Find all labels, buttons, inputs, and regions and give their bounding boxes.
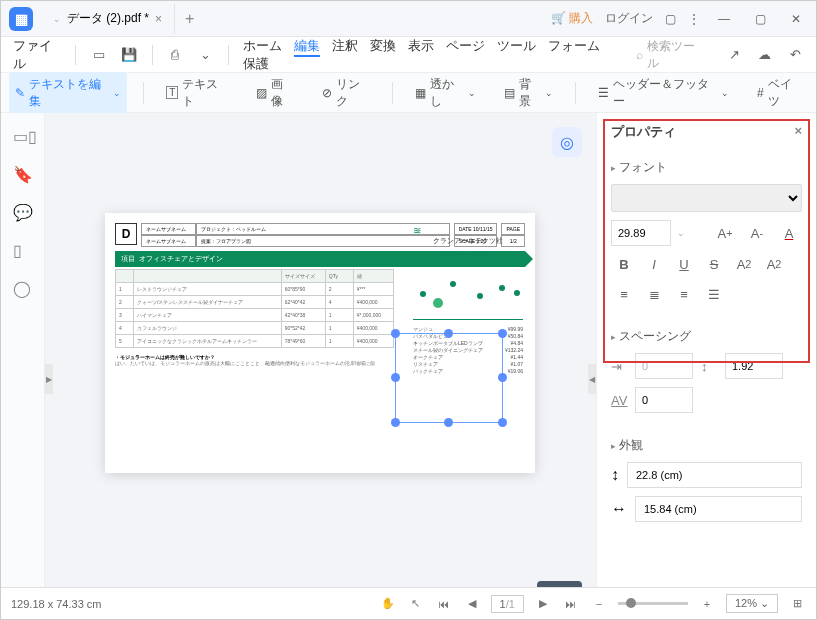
last-page-icon[interactable]: ⏭ — [562, 598, 580, 610]
close-window-button[interactable]: ✕ — [784, 12, 808, 26]
menu-ツール[interactable]: ツール — [497, 38, 536, 53]
bookmarks-icon[interactable]: 🔖 — [13, 165, 33, 185]
close-panel-icon[interactable]: × — [794, 123, 802, 141]
chevron-down-icon: ⌄ — [113, 88, 121, 98]
menu-編集[interactable]: 編集 — [294, 38, 320, 57]
undo-icon[interactable]: ↶ — [787, 47, 804, 62]
print-icon[interactable]: ⎙ — [167, 47, 184, 62]
line-spacing-input[interactable] — [725, 353, 783, 379]
buy-link[interactable]: 🛒 購入 — [551, 10, 593, 27]
search-panel-icon[interactable]: ◯ — [13, 279, 33, 299]
first-page-icon[interactable]: ⏮ — [435, 598, 453, 610]
background-tool[interactable]: ▤背景⌄ — [498, 72, 559, 114]
app-logo-icon: ▦ — [9, 7, 33, 31]
line-spacing-icon: ↕ — [701, 359, 717, 374]
prev-page-icon[interactable]: ◀ — [463, 597, 481, 610]
collapse-left-icon[interactable]: ▶ — [45, 364, 53, 394]
menu-表示[interactable]: 表示 — [408, 38, 434, 53]
hand-tool-icon[interactable]: ✋ — [379, 597, 397, 610]
menu-ホーム[interactable]: ホーム — [243, 38, 282, 53]
char-spacing-input[interactable] — [635, 387, 693, 413]
login-link[interactable]: ログイン — [605, 10, 653, 27]
font-grow-icon[interactable]: A+ — [712, 221, 738, 245]
indent-input[interactable] — [635, 353, 693, 379]
doc-logo: D — [115, 223, 137, 245]
add-link-tool[interactable]: ⊘リンク — [316, 72, 376, 114]
menu-注釈[interactable]: 注釈 — [332, 38, 358, 53]
document-canvas[interactable]: ▶ ◀ ◎ D ネームサブネームプロジェクト：ベッドルーム ネームサブネーム提案… — [45, 113, 596, 615]
file-menu[interactable]: ファイル — [13, 37, 61, 73]
indent-icon: ⇥ — [611, 359, 627, 374]
collapse-right-icon[interactable]: ◀ — [588, 364, 596, 394]
minimize-button[interactable]: — — [712, 12, 736, 26]
superscript-button[interactable]: A2 — [731, 252, 757, 276]
page-input[interactable]: 1/1 — [491, 595, 524, 613]
more-dropdown-icon[interactable]: ⌄ — [198, 47, 215, 62]
zoom-select[interactable]: 12% ⌄ — [726, 594, 778, 613]
appearance-section: 外観 ↕ ↔ — [597, 429, 816, 538]
font-shrink-icon[interactable]: A- — [744, 221, 770, 245]
menu-フォーム[interactable]: フォーム — [548, 38, 600, 53]
height-input[interactable] — [635, 496, 802, 522]
header-footer-icon: ☰ — [598, 86, 609, 100]
zoom-out-icon[interactable]: − — [590, 598, 608, 610]
close-tab-icon[interactable]: × — [155, 12, 162, 26]
bold-button[interactable]: B — [611, 252, 637, 276]
properties-panel: プロパティ × フォント ⌄ A+ A- A B I U S A2 A2 — [596, 113, 816, 615]
height-icon: ↕ — [611, 466, 619, 484]
edit-mode-badge-icon[interactable]: ◎ — [552, 127, 582, 157]
menu-ページ[interactable]: ページ — [446, 38, 485, 53]
font-section: フォント ⌄ A+ A- A B I U S A2 A2 ≡ ≣ ≡ — [597, 151, 816, 320]
comments-icon[interactable]: 💬 — [13, 203, 33, 223]
open-icon[interactable]: ▭ — [90, 47, 107, 62]
watermark-icon: ▦ — [415, 86, 426, 100]
document-tab[interactable]: ⌄ データ (2).pdf * × — [41, 4, 175, 34]
align-right-icon[interactable]: ≡ — [671, 282, 697, 306]
cloud-icon[interactable]: ☁ — [757, 47, 774, 62]
doc-table: サイズサイズQTy値 1レストラウンジチェア60*85*902¥***2クォーツ… — [115, 269, 394, 348]
share-icon[interactable]: ↗ — [726, 47, 743, 62]
add-text-tool[interactable]: Tテキスト — [160, 72, 234, 114]
edit-text-icon: ✎ — [15, 86, 25, 100]
font-family-select[interactable] — [611, 184, 802, 212]
select-tool-icon[interactable]: ↖ — [407, 597, 425, 610]
zoom-slider[interactable] — [618, 602, 688, 605]
kebab-menu-icon[interactable]: ⋮ — [688, 12, 700, 26]
save-icon[interactable]: 💾 — [121, 47, 138, 62]
menu-保護[interactable]: 保護 — [243, 56, 269, 71]
image-icon: ▨ — [256, 86, 267, 100]
attachments-icon[interactable]: ▯ — [13, 241, 33, 261]
subscript-button[interactable]: A2 — [761, 252, 787, 276]
maximize-button[interactable]: ▢ — [748, 12, 772, 26]
left-rail: ▭▯ 🔖 💬 ▯ ◯ — [1, 113, 45, 615]
align-justify-icon[interactable]: ☰ — [701, 282, 727, 306]
bates-tool[interactable]: #ベイツ — [751, 72, 808, 114]
next-page-icon[interactable]: ▶ — [534, 597, 552, 610]
notification-icon[interactable]: ▢ — [665, 12, 676, 26]
zoom-in-icon[interactable]: + — [698, 598, 716, 610]
background-icon: ▤ — [504, 86, 515, 100]
search-tools[interactable]: ⌕ 検索ツール — [636, 38, 702, 72]
watermark-tool[interactable]: ▦透かし⌄ — [409, 72, 482, 114]
thumbnails-icon[interactable]: ▭▯ — [13, 127, 33, 147]
table-row: 3ハイマンチェア42*40*381¥*,000,000 — [116, 309, 394, 322]
table-row: 1レストラウンジチェア60*85*902¥*** — [116, 283, 394, 296]
view-mode-icon[interactable]: ⊞ — [788, 597, 806, 610]
selection-box[interactable] — [395, 333, 503, 423]
new-tab-button[interactable]: + — [175, 10, 204, 28]
italic-button[interactable]: I — [641, 252, 667, 276]
strike-button[interactable]: S — [701, 252, 727, 276]
width-icon: ↔ — [611, 500, 627, 518]
main-area: ▭▯ 🔖 💬 ▯ ◯ ▶ ◀ ◎ D ネームサブネームプロジェクト：ベッドルーム… — [1, 113, 816, 615]
add-image-tool[interactable]: ▨画像 — [250, 72, 300, 114]
menu-変換[interactable]: 変換 — [370, 38, 396, 53]
align-center-icon[interactable]: ≣ — [641, 282, 667, 306]
header-footer-tool[interactable]: ☰ヘッダー＆フッター⌄ — [592, 72, 734, 114]
edit-toolbar: ✎ テキストを編集 ⌄ Tテキスト ▨画像 ⊘リンク ▦透かし⌄ ▤背景⌄ ☰ヘ… — [1, 73, 816, 113]
align-left-icon[interactable]: ≡ — [611, 282, 637, 306]
font-size-input[interactable] — [611, 220, 671, 246]
width-input[interactable] — [627, 462, 802, 488]
edit-text-tool[interactable]: ✎ テキストを編集 ⌄ — [9, 72, 127, 114]
underline-button[interactable]: U — [671, 252, 697, 276]
font-color-icon[interactable]: A — [776, 221, 802, 245]
